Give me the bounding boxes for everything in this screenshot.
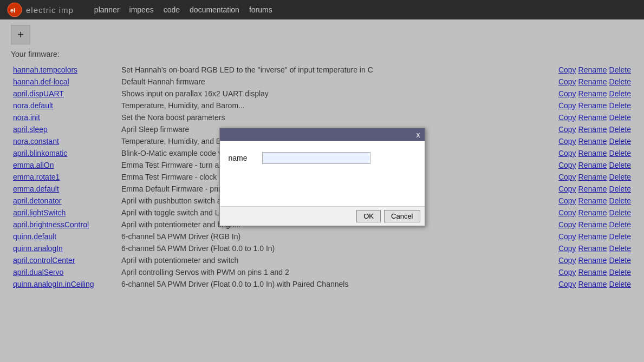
modal-name-input[interactable] bbox=[262, 152, 370, 164]
logo-icon: eI bbox=[6, 2, 23, 18]
nav-impees[interactable]: impees bbox=[129, 5, 154, 14]
main-content: + Your firmware: hannah.tempcolorsSet Ha… bbox=[0, 19, 644, 362]
nav-documentation[interactable]: documentation bbox=[190, 5, 239, 14]
top-navigation: eI electric imp planner impees code docu… bbox=[0, 0, 644, 19]
brand-second: imp bbox=[56, 5, 74, 15]
modal-ok-button[interactable]: OK bbox=[356, 210, 381, 222]
brand-name: electric imp bbox=[26, 5, 74, 15]
modal-close-button[interactable]: x bbox=[417, 130, 420, 139]
modal-titlebar: x bbox=[220, 128, 425, 141]
main-nav: planner impees code documentation forums bbox=[94, 5, 272, 14]
brand-logo[interactable]: eI electric imp bbox=[6, 2, 74, 18]
svg-text:eI: eI bbox=[10, 7, 15, 14]
nav-code[interactable]: code bbox=[164, 5, 180, 14]
modal-name-label: name bbox=[229, 154, 256, 162]
brand-first: electric bbox=[26, 5, 56, 15]
nav-forums[interactable]: forums bbox=[249, 5, 272, 14]
modal-footer: OK Cancel bbox=[220, 206, 425, 226]
nav-planner[interactable]: planner bbox=[94, 5, 120, 14]
modal-cancel-button[interactable]: Cancel bbox=[384, 210, 420, 222]
modal-name-field: name bbox=[229, 152, 416, 164]
rename-modal: x name OK Cancel bbox=[219, 128, 425, 226]
modal-overlay: x name OK Cancel bbox=[0, 19, 644, 362]
modal-body: name bbox=[220, 141, 425, 206]
